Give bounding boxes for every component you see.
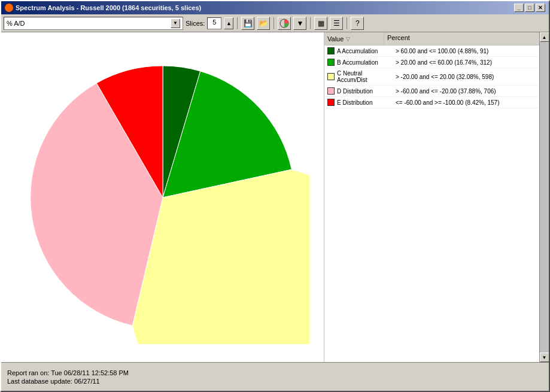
legend-rows: A Accumulation> 60.00 and <= 100.00 (4.8…	[324, 45, 539, 362]
dropdown-value: % A/D	[7, 20, 25, 27]
chart-area	[1, 32, 324, 362]
open-button[interactable]: 📂	[257, 17, 270, 30]
legend-area: Value ▽ Percent A Accumulation> 60.00 an…	[324, 32, 539, 362]
separator-2	[274, 17, 274, 29]
title-bar-left: Spectrum Analysis - Russell 2000 (1864 s…	[5, 4, 201, 12]
legend-row[interactable]: D Distribution> -60.00 and <= -20.00 (37…	[324, 86, 539, 97]
report-ran-text: Report ran on: Tue 06/28/11 12:52:58 PM	[7, 369, 543, 376]
columns-button[interactable]: ☰	[330, 17, 343, 30]
legend-row-label: C Neutral Accum/Dist	[337, 70, 393, 83]
legend-row-label: B Accumulation	[337, 59, 393, 66]
legend-value-header[interactable]: Value ▽	[324, 32, 384, 45]
legend-header: Value ▽ Percent	[324, 32, 539, 45]
app-icon	[5, 4, 13, 12]
legend-row-value: > -60.00 and <= -20.00 (37.88%, 706)	[396, 88, 536, 95]
pie-chart-svg	[16, 51, 309, 344]
legend-row[interactable]: E Distribution<= -60.00 and >= -100.00 (…	[324, 97, 539, 108]
dropdown-arrow-icon[interactable]: ▼	[171, 19, 180, 28]
title-bar: Spectrum Analysis - Russell 2000 (1864 s…	[1, 1, 549, 14]
help-button[interactable]: ?	[351, 17, 364, 30]
scrollbar-track[interactable]	[540, 42, 549, 353]
slices-label: Slices:	[186, 20, 205, 27]
last-update-text: Last database update: 06/27/11	[7, 378, 543, 385]
legend-row-value: <= -60.00 and >= -100.00 (8.42%, 157)	[396, 99, 536, 106]
minimize-button[interactable]: _	[514, 4, 524, 12]
legend-row[interactable]: B Accumulation> 20.00 and <= 60.00 (16.7…	[324, 57, 539, 68]
sort-icon: ▽	[346, 36, 350, 42]
legend-row[interactable]: A Accumulation> 60.00 and <= 100.00 (4.8…	[324, 45, 539, 57]
main-window: Spectrum Analysis - Russell 2000 (1864 s…	[0, 0, 550, 392]
percent-label: Percent	[387, 34, 410, 41]
legend-row-label: E Distribution	[337, 99, 393, 106]
legend-color-box	[327, 47, 335, 54]
close-button[interactable]: ✕	[536, 4, 545, 12]
main-content: Value ▽ Percent A Accumulation> 60.00 an…	[1, 32, 549, 362]
maximize-button[interactable]: □	[525, 4, 534, 12]
legend-row-label: A Accumulation	[337, 48, 393, 54]
footer: Report ran on: Tue 06/28/11 12:52:58 PM …	[1, 362, 549, 391]
legend-row[interactable]: C Neutral Accum/Dist> -20.00 and <= 20.0…	[324, 68, 539, 86]
slices-increment-button[interactable]: ▲	[224, 17, 233, 29]
legend-color-box	[327, 99, 335, 106]
legend-row-label: D Distribution	[337, 88, 393, 95]
legend-row-value: > -20.00 and <= 20.00 (32.08%, 598)	[396, 74, 536, 80]
scroll-down-button[interactable]: ▼	[540, 353, 549, 362]
table-button[interactable]: ▦	[314, 17, 327, 30]
separator-3	[310, 17, 311, 29]
legend-row-value: > 60.00 and <= 100.00 (4.88%, 91)	[396, 48, 536, 54]
value-label: Value	[327, 35, 344, 42]
scroll-up-button[interactable]: ▲	[540, 32, 549, 42]
legend-color-box	[327, 73, 335, 80]
window-title: Spectrum Analysis - Russell 2000 (1864 s…	[16, 4, 201, 11]
separator-4	[347, 17, 347, 29]
title-controls: _ □ ✕	[514, 4, 545, 12]
separator-1	[237, 17, 238, 29]
toolbar: % A/D ▼ Slices: 5 ▲ 💾 📂 ▼ ▦ ☰ ?	[1, 14, 549, 32]
indicator-dropdown[interactable]: % A/D ▼	[4, 17, 183, 30]
save-button[interactable]: 💾	[241, 17, 254, 30]
legend-row-value: > 20.00 and <= 60.00 (16.74%, 312)	[396, 59, 536, 66]
legend-color-box	[327, 59, 335, 66]
pie-chart-button[interactable]	[278, 17, 291, 30]
slices-input[interactable]: 5	[207, 17, 221, 29]
scrollbar: ▲ ▼	[539, 32, 549, 362]
dropdown-chart-button[interactable]: ▼	[293, 17, 306, 30]
legend-percent-header[interactable]: Percent	[384, 32, 539, 45]
legend-color-box	[327, 87, 335, 95]
